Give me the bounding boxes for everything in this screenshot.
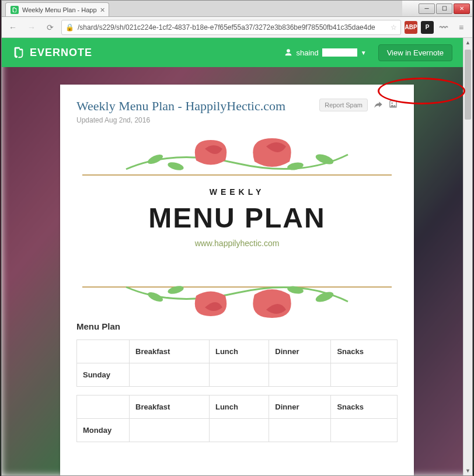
- close-tab-icon[interactable]: ✕: [100, 6, 105, 13]
- lock-icon: 🔒: [65, 23, 74, 32]
- image-icon[interactable]: [389, 100, 398, 110]
- menu-table-monday: Breakfast Lunch Dinner Snacks Monday: [76, 395, 398, 442]
- section-title: Menu Plan: [76, 321, 398, 331]
- username: shaind: [296, 48, 318, 57]
- col-snacks: Snacks: [331, 340, 398, 363]
- evernote-logo[interactable]: EVERNOTE: [12, 46, 92, 59]
- view-in-evernote-button[interactable]: View in Evernote: [378, 44, 452, 61]
- report-spam-button[interactable]: Report Spam: [319, 99, 368, 111]
- svg-point-1: [391, 102, 393, 104]
- note-title: Weekly Menu Plan - HappilyHectic.com: [76, 99, 285, 114]
- page-viewport: EVERNOTE shaind ▼ View in Evernote Weekl…: [2, 38, 472, 475]
- note-updated: Updated Aug 2nd, 2016: [76, 116, 285, 124]
- user-icon: [284, 48, 292, 57]
- banner-main: MENU PLAN: [76, 202, 398, 234]
- svg-point-7: [167, 285, 184, 296]
- browser-toolbar: ← → ⟳ 🔒 /shard/s229/sh/021c224e-1cf2-483…: [2, 17, 472, 38]
- back-button[interactable]: ←: [5, 20, 20, 35]
- cell[interactable]: [331, 419, 398, 442]
- address-bar[interactable]: 🔒 /shard/s229/sh/021c224e-1cf2-4837-b18e…: [61, 20, 401, 35]
- table-row: Monday: [77, 419, 398, 442]
- evernote-favicon-icon: [11, 6, 19, 14]
- scroll-thumb[interactable]: [465, 50, 471, 120]
- tab-title: Weekly Menu Plan - Happ: [22, 6, 97, 13]
- day-label: Sunday: [77, 363, 130, 387]
- cell[interactable]: [130, 419, 210, 442]
- scroll-up-icon[interactable]: ▲: [463, 38, 472, 47]
- vertical-scrollbar[interactable]: ▲ ▼: [463, 38, 472, 475]
- pocket-extension-icon[interactable]: P: [421, 21, 434, 34]
- menu-plan-banner: WEEKLY MENU PLAN www.happilyhectic.com: [76, 141, 398, 316]
- col-breakfast: Breakfast: [130, 396, 210, 419]
- banner-site: www.happilyhectic.com: [76, 239, 398, 248]
- maximize-button[interactable]: ☐: [436, 4, 452, 14]
- svg-point-3: [167, 161, 184, 172]
- cell[interactable]: [130, 363, 210, 387]
- evernote-elephant-icon: [12, 46, 25, 59]
- cell[interactable]: [209, 419, 269, 442]
- browser-menu-icon[interactable]: ≡: [454, 20, 469, 35]
- user-menu[interactable]: shaind ▼: [284, 48, 366, 57]
- table-header-row: Breakfast Lunch Dinner Snacks: [77, 340, 398, 363]
- close-window-button[interactable]: ✕: [454, 4, 470, 14]
- brand-text: EVERNOTE: [30, 47, 92, 59]
- table-row: Sunday: [77, 363, 398, 387]
- note-card: Weekly Menu Plan - HappilyHectic.com Upd…: [60, 85, 414, 475]
- cell[interactable]: [209, 363, 269, 387]
- forward-button[interactable]: →: [24, 20, 39, 35]
- scroll-down-icon[interactable]: ▼: [463, 466, 472, 475]
- bookmark-star-icon[interactable]: ☆: [391, 23, 397, 32]
- window-title-bar: Weekly Menu Plan - Happ ✕ ─ ☐ ✕: [2, 1, 472, 17]
- browser-tab[interactable]: Weekly Menu Plan - Happ ✕: [5, 2, 109, 16]
- reload-button[interactable]: ⟳: [43, 20, 58, 35]
- col-lunch: Lunch: [209, 396, 269, 419]
- cell[interactable]: [331, 363, 398, 387]
- menu-table-sunday: Breakfast Lunch Dinner Snacks Sunday: [76, 340, 398, 387]
- tab-strip: Weekly Menu Plan - Happ ✕: [2, 1, 402, 17]
- url-text: /shard/s229/sh/021c224e-1cf2-4837-b18e-e…: [78, 23, 375, 32]
- redacted-text: [322, 48, 357, 57]
- col-dinner: Dinner: [269, 396, 331, 419]
- cell[interactable]: [269, 363, 331, 387]
- share-icon[interactable]: [374, 100, 383, 110]
- col-breakfast: Breakfast: [130, 340, 210, 363]
- cell[interactable]: [269, 419, 331, 442]
- caret-down-icon: ▼: [361, 50, 367, 56]
- col-snacks: Snacks: [331, 396, 398, 419]
- minimize-button[interactable]: ─: [419, 4, 435, 14]
- browser-window: Weekly Menu Plan - Happ ✕ ─ ☐ ✕ ← → ⟳ 🔒 …: [1, 0, 473, 476]
- table-header-row: Breakfast Lunch Dinner Snacks: [77, 396, 398, 419]
- floral-decoration-bottom: [76, 278, 398, 319]
- banner-kicker: WEEKLY: [76, 187, 398, 197]
- day-label: Monday: [77, 419, 130, 442]
- adblock-extension-icon[interactable]: ABP: [405, 21, 417, 34]
- col-lunch: Lunch: [209, 340, 269, 363]
- extension-overflow-icon[interactable]: 〰: [437, 21, 450, 34]
- floral-decoration-top: [76, 137, 398, 178]
- evernote-header: EVERNOTE shaind ▼ View in Evernote: [2, 38, 463, 67]
- col-dinner: Dinner: [269, 340, 331, 363]
